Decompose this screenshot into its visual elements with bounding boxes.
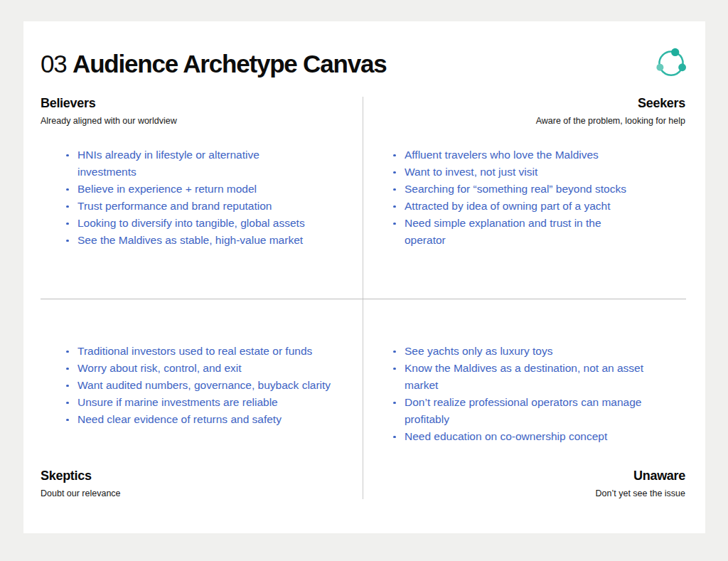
list-item: Need clear evidence of returns and safet… bbox=[64, 411, 336, 428]
list-item: Trust performance and brand reputation bbox=[64, 198, 311, 215]
slide-card: 03 Audience Archetype Canvas Believers A… bbox=[23, 21, 705, 533]
quadrant-subtitle: Aware of the problem, looking for help bbox=[536, 116, 685, 126]
divider-horizontal bbox=[41, 299, 686, 299]
quadrant-subtitle: Don’t yet see the issue bbox=[596, 488, 685, 498]
list-item: Affluent travelers who love the Maldives bbox=[391, 146, 630, 164]
quadrant-subtitle: Already aligned with our worldview bbox=[41, 116, 177, 126]
list-item: Want audited numbers, governance, buybac… bbox=[64, 377, 336, 394]
list-item: Need education on co-ownership concept bbox=[391, 428, 648, 445]
bullet-list-seekers: Affluent travelers who love the Maldives… bbox=[391, 146, 630, 249]
list-item: See the Maldives as stable, high-value m… bbox=[64, 232, 311, 249]
page-background: 03 Audience Archetype Canvas Believers A… bbox=[0, 0, 728, 561]
list-item: Want to invest, not just visit bbox=[391, 164, 630, 181]
bullet-list-unaware: See yachts only as luxury toys Know the … bbox=[391, 343, 648, 445]
quadrant-header-seekers: Seekers Aware of the problem, looking fo… bbox=[536, 95, 685, 126]
quadrant-header-skeptics: Skeptics Doubt our relevance bbox=[41, 468, 121, 498]
quadrant-title: Seekers bbox=[536, 95, 685, 111]
page-title: 03 Audience Archetype Canvas bbox=[41, 50, 386, 78]
list-item: Traditional investors used to real estat… bbox=[64, 343, 336, 360]
bullet-list-believers: HNIs already in lifestyle or alternative… bbox=[64, 146, 311, 249]
divider-vertical bbox=[363, 97, 363, 499]
list-item: Believe in experience + return model bbox=[64, 181, 311, 198]
quadrant-subtitle: Doubt our relevance bbox=[41, 488, 121, 498]
quadrant-header-believers: Believers Already aligned with our world… bbox=[41, 95, 177, 126]
list-item: Need simple explanation and trust in the… bbox=[391, 215, 630, 249]
list-item: Don’t realize professional operators can… bbox=[391, 394, 648, 428]
list-item: Worry about risk, control, and exit bbox=[64, 360, 336, 377]
cycle-dots-icon bbox=[653, 44, 690, 81]
list-item: Attracted by idea of owning part of a ya… bbox=[391, 198, 630, 215]
quadrant-title: Believers bbox=[41, 95, 177, 111]
quadrant-title: Skeptics bbox=[41, 468, 121, 483]
list-item: See yachts only as luxury toys bbox=[391, 343, 648, 360]
quadrant-header-unaware: Unaware Don’t yet see the issue bbox=[596, 468, 685, 498]
page-title-text: Audience Archetype Canvas bbox=[73, 50, 386, 78]
bullet-list-skeptics: Traditional investors used to real estat… bbox=[64, 343, 336, 428]
list-item: HNIs already in lifestyle or alternative… bbox=[64, 146, 311, 181]
quadrant-title: Unaware bbox=[596, 468, 685, 483]
list-item: Unsure if marine investments are reliabl… bbox=[64, 394, 336, 411]
list-item: Know the Maldives as a destination, not … bbox=[391, 360, 648, 394]
page-title-number: 03 bbox=[41, 50, 67, 78]
list-item: Looking to diversify into tangible, glob… bbox=[64, 215, 311, 232]
list-item: Searching for “something real” beyond st… bbox=[391, 181, 630, 198]
